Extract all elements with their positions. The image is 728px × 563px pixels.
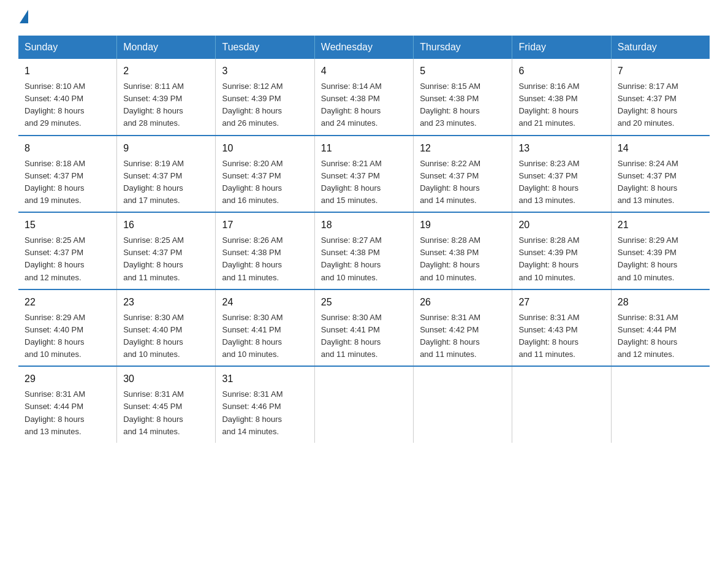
day-info-line: Sunset: 4:38 PM <box>420 247 506 259</box>
day-info-line: and 14 minutes. <box>222 426 308 438</box>
calendar-cell: 14Sunrise: 8:24 AMSunset: 4:37 PMDayligh… <box>611 136 710 213</box>
day-info-line: Daylight: 8 hours <box>123 259 209 271</box>
weekday-header-row: SundayMondayTuesdayWednesdayThursdayFrid… <box>18 36 710 59</box>
calendar-cell: 2Sunrise: 8:11 AMSunset: 4:39 PMDaylight… <box>117 59 216 136</box>
day-info-line: Sunset: 4:46 PM <box>222 400 308 413</box>
day-info-line: Sunrise: 8:30 AM <box>321 312 407 324</box>
day-info: Sunrise: 8:30 AMSunset: 4:41 PMDaylight:… <box>222 312 308 361</box>
day-info-line: and 13 minutes. <box>518 194 604 207</box>
day-info-line: and 11 minutes. <box>222 272 308 284</box>
day-info-line: and 11 minutes. <box>420 348 506 361</box>
day-info-line: Sunrise: 8:30 AM <box>222 312 308 324</box>
day-info-line: Sunset: 4:37 PM <box>618 170 703 182</box>
calendar-cell: 30Sunrise: 8:31 AMSunset: 4:45 PMDayligh… <box>117 366 216 443</box>
weekday-header-thursday: Thursday <box>414 36 512 59</box>
day-info: Sunrise: 8:31 AMSunset: 4:46 PMDaylight:… <box>222 388 308 438</box>
day-info-line: Sunrise: 8:29 AM <box>25 312 110 324</box>
calendar-cell: 9Sunrise: 8:19 AMSunset: 4:37 PMDaylight… <box>117 136 216 213</box>
day-info-line: Sunset: 4:44 PM <box>618 324 703 336</box>
day-number: 10 <box>222 141 308 156</box>
day-info: Sunrise: 8:24 AMSunset: 4:37 PMDaylight:… <box>618 158 703 207</box>
calendar-cell: 31Sunrise: 8:31 AMSunset: 4:46 PMDayligh… <box>216 366 314 443</box>
day-info-line: and 29 minutes. <box>25 117 110 129</box>
day-info-line: Daylight: 8 hours <box>123 105 209 117</box>
weekday-header-saturday: Saturday <box>611 36 710 59</box>
day-info-line: Daylight: 8 hours <box>518 336 604 348</box>
day-info-line: Sunrise: 8:20 AM <box>222 158 308 170</box>
day-info-line: and 13 minutes. <box>25 426 110 438</box>
day-info-line: and 10 minutes. <box>222 348 308 361</box>
day-info-line: Daylight: 8 hours <box>222 105 308 117</box>
day-info-line: Sunset: 4:39 PM <box>123 93 209 105</box>
day-number: 6 <box>518 64 604 79</box>
day-number: 11 <box>321 141 407 156</box>
day-info-line: Sunrise: 8:12 AM <box>222 80 308 93</box>
day-info-line: and 26 minutes. <box>222 117 308 129</box>
day-info-line: Sunset: 4:40 PM <box>25 93 110 105</box>
day-info-line: Sunrise: 8:26 AM <box>222 234 308 247</box>
day-info: Sunrise: 8:29 AMSunset: 4:40 PMDaylight:… <box>25 312 110 361</box>
day-number: 3 <box>222 64 308 79</box>
day-info-line: Daylight: 8 hours <box>321 182 407 194</box>
day-number: 7 <box>618 64 703 79</box>
day-number: 23 <box>123 295 209 310</box>
day-info-line: Daylight: 8 hours <box>321 336 407 348</box>
day-number: 24 <box>222 295 308 310</box>
calendar-cell: 8Sunrise: 8:18 AMSunset: 4:37 PMDaylight… <box>18 136 117 213</box>
day-info-line: Sunrise: 8:14 AM <box>321 80 407 93</box>
day-info: Sunrise: 8:14 AMSunset: 4:38 PMDaylight:… <box>321 80 407 130</box>
day-number: 27 <box>518 295 604 310</box>
calendar-cell: 25Sunrise: 8:30 AMSunset: 4:41 PMDayligh… <box>314 289 413 367</box>
day-info-line: and 14 minutes. <box>420 194 506 207</box>
day-info: Sunrise: 8:28 AMSunset: 4:39 PMDaylight:… <box>518 234 604 284</box>
day-info-line: Sunrise: 8:18 AM <box>25 158 110 170</box>
calendar-week-row: 8Sunrise: 8:18 AMSunset: 4:37 PMDaylight… <box>18 136 710 213</box>
weekday-header-sunday: Sunday <box>18 36 117 59</box>
day-info-line: Sunset: 4:37 PM <box>25 247 110 259</box>
day-info-line: and 10 minutes. <box>420 272 506 284</box>
calendar-week-row: 15Sunrise: 8:25 AMSunset: 4:37 PMDayligh… <box>18 212 710 289</box>
page-header <box>18 12 710 23</box>
day-info-line: Sunrise: 8:28 AM <box>420 234 506 247</box>
logo <box>18 12 28 23</box>
day-info-line: Sunset: 4:38 PM <box>420 93 506 105</box>
day-info-line: Daylight: 8 hours <box>518 259 604 271</box>
day-number: 12 <box>420 141 506 156</box>
day-info-line: Sunrise: 8:15 AM <box>420 80 506 93</box>
weekday-header-friday: Friday <box>512 36 611 59</box>
day-info-line: Daylight: 8 hours <box>222 413 308 426</box>
day-info-line: Sunset: 4:45 PM <box>123 400 209 413</box>
day-info-line: Sunset: 4:37 PM <box>123 170 209 182</box>
day-info-line: Daylight: 8 hours <box>222 182 308 194</box>
day-info-line: and 12 minutes. <box>25 272 110 284</box>
day-info-line: Daylight: 8 hours <box>618 259 703 271</box>
day-info: Sunrise: 8:25 AMSunset: 4:37 PMDaylight:… <box>25 234 110 284</box>
day-info: Sunrise: 8:30 AMSunset: 4:40 PMDaylight:… <box>123 312 209 361</box>
calendar-cell: 4Sunrise: 8:14 AMSunset: 4:38 PMDaylight… <box>314 59 413 136</box>
day-info-line: Daylight: 8 hours <box>222 259 308 271</box>
day-info-line: Daylight: 8 hours <box>420 105 506 117</box>
day-info-line: and 10 minutes. <box>321 272 407 284</box>
calendar-cell <box>611 366 710 443</box>
day-info-line: Daylight: 8 hours <box>25 413 110 426</box>
day-info-line: and 24 minutes. <box>321 117 407 129</box>
day-info-line: Sunset: 4:38 PM <box>321 93 407 105</box>
day-info-line: and 15 minutes. <box>321 194 407 207</box>
day-info-line: Sunrise: 8:29 AM <box>618 234 703 247</box>
day-number: 16 <box>123 218 209 232</box>
calendar-cell <box>414 366 512 443</box>
day-info: Sunrise: 8:21 AMSunset: 4:37 PMDaylight:… <box>321 158 407 207</box>
day-info-line: and 28 minutes. <box>123 117 209 129</box>
day-info: Sunrise: 8:31 AMSunset: 4:42 PMDaylight:… <box>420 312 506 361</box>
calendar-cell <box>512 366 611 443</box>
day-info-line: Sunrise: 8:24 AM <box>618 158 703 170</box>
day-info-line: Sunset: 4:41 PM <box>321 324 407 336</box>
day-number: 20 <box>518 218 604 232</box>
day-info-line: Sunset: 4:37 PM <box>25 170 110 182</box>
day-info-line: Sunrise: 8:30 AM <box>123 312 209 324</box>
calendar-cell: 11Sunrise: 8:21 AMSunset: 4:37 PMDayligh… <box>314 136 413 213</box>
day-info: Sunrise: 8:22 AMSunset: 4:37 PMDaylight:… <box>420 158 506 207</box>
day-info-line: Daylight: 8 hours <box>25 182 110 194</box>
day-info-line: Sunset: 4:41 PM <box>222 324 308 336</box>
day-info-line: and 20 minutes. <box>618 117 703 129</box>
